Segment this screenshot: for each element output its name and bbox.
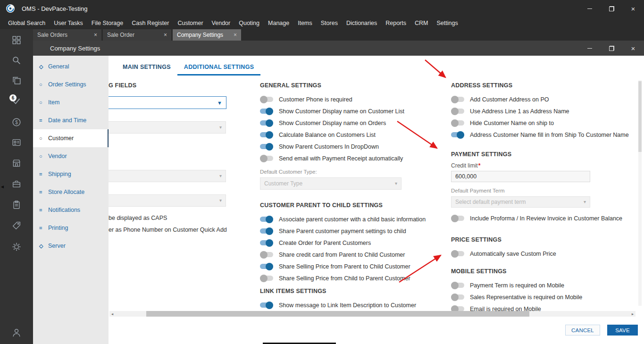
- toggle-switch[interactable]: [451, 294, 464, 300]
- nav-item-icon: =: [39, 189, 48, 195]
- menu-item[interactable]: Items: [293, 20, 317, 26]
- toggle-switch[interactable]: [260, 156, 273, 161]
- settings-nav-item[interactable]: = Shipping: [33, 165, 109, 183]
- toggle-switch[interactable]: [260, 264, 273, 269]
- nav-item-label: Customer: [48, 135, 74, 142]
- toggle-switch[interactable]: [451, 283, 464, 288]
- scroll-right-icon[interactable]: ►: [630, 311, 636, 317]
- scroll-left-icon[interactable]: ◄: [109, 311, 115, 317]
- settings-nav-item[interactable]: ○ Item: [33, 93, 109, 111]
- toggle-switch[interactable]: [260, 144, 273, 149]
- settings-nav-item[interactable]: = Store Allocate: [33, 183, 109, 201]
- menu-item[interactable]: Global Search: [4, 20, 50, 26]
- menu-item[interactable]: Customer: [173, 20, 207, 26]
- toggle-label: Use Address Line 1 as Address Name: [470, 108, 569, 115]
- setting-toggle-row: Share Selling Price from Child to Parent…: [260, 272, 449, 284]
- document-tab[interactable]: Company Settings ×: [173, 29, 241, 41]
- settings-tab[interactable]: ADDITIONAL SETTINGS: [177, 59, 261, 76]
- briefcase-icon[interactable]: [0, 176, 33, 192]
- save-button[interactable]: SAVE: [607, 325, 638, 336]
- settings-nav-item[interactable]: = Notifications: [33, 201, 109, 219]
- nav-item-icon: =: [39, 117, 48, 123]
- toggle-switch[interactable]: [260, 228, 273, 234]
- cancel-button[interactable]: CANCEL: [565, 325, 600, 336]
- toggle-switch[interactable]: [451, 109, 464, 114]
- menu-item[interactable]: Stores: [317, 20, 342, 26]
- toggle-switch[interactable]: [451, 97, 464, 102]
- user-icon[interactable]: [0, 325, 33, 341]
- tab-close-icon[interactable]: ×: [164, 32, 167, 38]
- settings-nav-item[interactable]: ○ Order Settings: [33, 76, 109, 93]
- toggle-switch[interactable]: [451, 132, 464, 137]
- restore-button[interactable]: [601, 0, 622, 17]
- toggle-switch[interactable]: [260, 276, 273, 281]
- menu-item[interactable]: Cash Register: [127, 20, 173, 26]
- clipboard-icon[interactable]: [0, 197, 33, 213]
- inner-close-button[interactable]: ×: [622, 41, 644, 56]
- toggle-switch[interactable]: [260, 240, 273, 245]
- contacts-card-icon[interactable]: [0, 134, 33, 151]
- toggle-switch[interactable]: [260, 120, 273, 126]
- inner-restore-button[interactable]: [601, 41, 622, 56]
- toggle-label: Add Customer Address on PO: [470, 96, 549, 103]
- credit-limit-input[interactable]: [451, 171, 590, 182]
- settings-nav-item[interactable]: ◇ Server: [33, 237, 109, 255]
- horizontal-scrollbar-thumb[interactable]: [146, 311, 529, 317]
- menu-item[interactable]: File Storage: [87, 20, 127, 26]
- menu-item[interactable]: User Tasks: [50, 20, 87, 26]
- toggle-label: Create Order for Parent Customers: [279, 240, 371, 246]
- toggle-switch[interactable]: [260, 252, 273, 257]
- menu-item[interactable]: Manage: [264, 20, 293, 26]
- naming-field-combobox[interactable]: ▼: [109, 96, 226, 109]
- sidebar-expander-arrow[interactable]: ◄: [0, 183, 5, 191]
- dashboard-icon[interactable]: [0, 32, 33, 48]
- chevron-down-icon: ▾: [395, 181, 397, 186]
- combobox-placeholder: Customer Type: [264, 180, 302, 187]
- payment-term-combobox: Select default payment term ▾: [451, 196, 590, 208]
- tasks-check-icon[interactable]: [0, 93, 33, 109]
- minimize-button[interactable]: [579, 0, 601, 17]
- settings-nav-item[interactable]: ○ Vendor: [33, 147, 109, 165]
- horizontal-scrollbar[interactable]: ◄ ►: [109, 311, 636, 317]
- document-tab[interactable]: Sale Order ×: [103, 29, 171, 41]
- close-button[interactable]: ×: [622, 0, 644, 17]
- menu-item[interactable]: Vendor: [208, 20, 235, 26]
- toggle-knob: [451, 282, 459, 289]
- settings-tab[interactable]: MAIN SETTINGS: [116, 59, 177, 76]
- search-icon[interactable]: [0, 52, 33, 68]
- toggle-switch[interactable]: [451, 216, 464, 221]
- settings-nav-item[interactable]: ○ Customer: [33, 129, 109, 147]
- menu-item[interactable]: Reports: [381, 20, 410, 26]
- toggle-switch[interactable]: [260, 97, 273, 102]
- gear-icon[interactable]: [0, 239, 33, 255]
- tag-icon[interactable]: [0, 218, 33, 234]
- toggle-label: Show Customer Display name on Customer L…: [279, 108, 404, 115]
- inner-minimize-button[interactable]: [579, 41, 601, 56]
- document-tab[interactable]: Sale Orders ×: [33, 29, 101, 41]
- toggle-switch[interactable]: [451, 251, 464, 256]
- menu-item[interactable]: Settings: [432, 20, 462, 26]
- toggle-switch[interactable]: [451, 120, 464, 126]
- menu-item[interactable]: Quoting: [234, 20, 264, 26]
- settings-nav-item[interactable]: = Printing: [33, 219, 109, 237]
- payment-settings-toggles: Include Proforma / In Review Invoice in …: [451, 212, 641, 224]
- folders-icon[interactable]: [0, 73, 33, 89]
- vertical-scrollbar[interactable]: [638, 80, 642, 306]
- toggle-switch[interactable]: [260, 217, 273, 222]
- menu-item[interactable]: Dictionaries: [342, 20, 381, 26]
- settings-nav-item[interactable]: = Date and Time: [33, 111, 109, 129]
- currency-icon[interactable]: $: [0, 114, 33, 130]
- store-icon[interactable]: [0, 155, 33, 171]
- vertical-scrollbar-thumb[interactable]: [638, 81, 642, 152]
- toggle-switch[interactable]: [260, 302, 273, 308]
- tab-close-icon[interactable]: ×: [234, 32, 237, 38]
- toggle-label: Hide Customer Name on ship to: [470, 120, 554, 126]
- settings-nav-item[interactable]: ◇ General: [33, 58, 109, 76]
- section-title: PRICE SETTINGS: [451, 236, 641, 244]
- toggle-switch[interactable]: [260, 132, 273, 137]
- nav-item-label: Date and Time: [48, 117, 86, 124]
- tab-close-icon[interactable]: ×: [94, 32, 97, 38]
- menu-item[interactable]: CRM: [410, 20, 432, 26]
- toggle-switch[interactable]: [260, 109, 273, 114]
- close-icon: ×: [631, 5, 636, 12]
